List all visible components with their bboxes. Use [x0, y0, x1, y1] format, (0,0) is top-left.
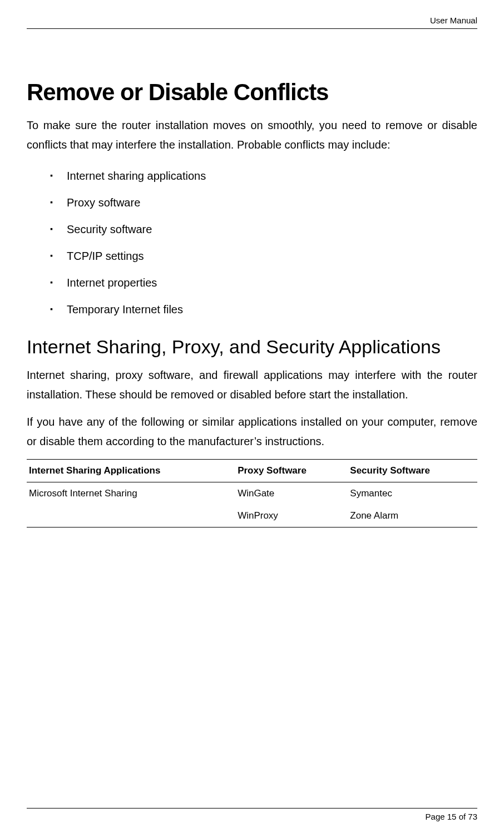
page-title: Remove or Disable Conflicts [27, 79, 477, 106]
page: User Manual Remove or Disable Conflicts … [0, 0, 504, 838]
page-footer: Page 15 of 73 [27, 808, 477, 821]
table-cell: Zone Alarm [348, 505, 477, 528]
table-row: Microsoft Internet Sharing WinGate Syman… [27, 482, 477, 505]
table-header: Internet Sharing Applications [27, 460, 235, 482]
list-item: Internet properties [27, 269, 477, 296]
table-cell [27, 505, 235, 528]
page-number: Page 15 of 73 [426, 812, 477, 821]
list-item: Proxy software [27, 189, 477, 216]
section-heading: Internet Sharing, Proxy, and Security Ap… [27, 336, 477, 358]
section-para-2: If you have any of the following or simi… [27, 412, 477, 451]
conflict-list: Internet sharing applications Proxy soft… [27, 162, 477, 323]
doc-label: User Manual [430, 16, 477, 25]
list-item: Security software [27, 216, 477, 243]
list-item: Internet sharing applications [27, 162, 477, 189]
page-header: User Manual [27, 16, 477, 29]
software-table: Internet Sharing Applications Proxy Soft… [27, 459, 477, 528]
table-cell: WinProxy [235, 505, 348, 528]
table-cell: Microsoft Internet Sharing [27, 482, 235, 505]
intro-paragraph: To make sure the router installation mov… [27, 116, 477, 155]
table-header: Security Software [348, 460, 477, 482]
section-para-1: Internet sharing, proxy software, and fi… [27, 366, 477, 405]
table-row: WinProxy Zone Alarm [27, 505, 477, 528]
list-item: Temporary Internet files [27, 296, 477, 323]
table-cell: WinGate [235, 482, 348, 505]
table-header: Proxy Software [235, 460, 348, 482]
table-header-row: Internet Sharing Applications Proxy Soft… [27, 460, 477, 482]
list-item: TCP/IP settings [27, 243, 477, 269]
table-cell: Symantec [348, 482, 477, 505]
